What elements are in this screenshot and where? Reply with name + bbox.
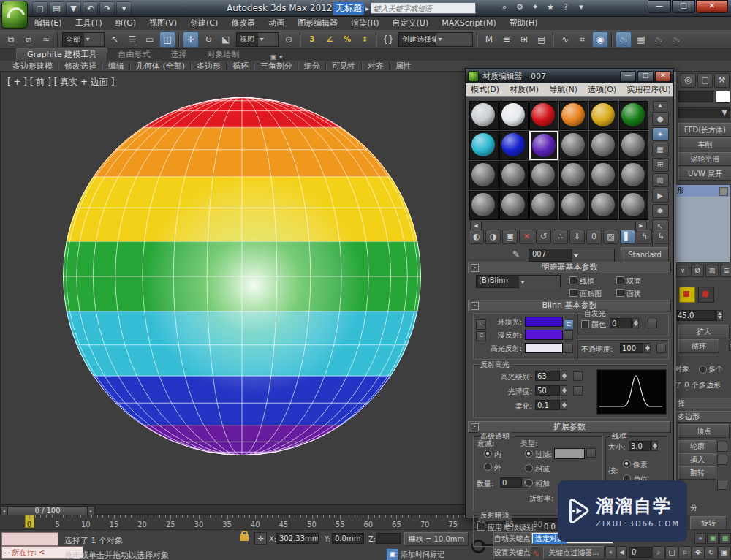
material-slot[interactable] bbox=[469, 191, 499, 220]
utilities-tab-icon[interactable]: ⚒ bbox=[714, 73, 730, 88]
material-slot[interactable] bbox=[559, 161, 588, 190]
ribbon-subtab[interactable]: 属性 bbox=[390, 61, 417, 72]
put-material-to-scene-icon[interactable]: ◑ bbox=[485, 230, 501, 244]
menu-item[interactable]: 组(G) bbox=[109, 16, 143, 30]
qat-overflow-chevron-icon[interactable]: ▾ bbox=[116, 1, 132, 15]
menu-item[interactable]: MAXScript(M) bbox=[435, 16, 503, 30]
material-slot[interactable] bbox=[469, 161, 499, 190]
material-editor-menu-item[interactable]: 模式(D) bbox=[466, 83, 504, 96]
ribbon-tab[interactable]: Graphite 建模工具 bbox=[16, 48, 107, 61]
material-name-dropdown-arrow[interactable] bbox=[572, 249, 615, 262]
set-key-button[interactable]: 设置关键点 bbox=[493, 546, 531, 559]
material-editor-menu-item[interactable]: 导航(N) bbox=[544, 83, 583, 96]
stack-toggle-icon[interactable] bbox=[719, 187, 728, 196]
show-map-in-viewport-icon[interactable]: ▨ bbox=[603, 230, 618, 244]
ribbon-subtab[interactable]: 多边形 bbox=[192, 61, 226, 72]
go-to-parent-icon[interactable]: ↰ bbox=[637, 230, 652, 244]
menu-item[interactable]: 视图(V) bbox=[143, 16, 183, 30]
menu-item[interactable]: 动画 bbox=[262, 16, 291, 30]
material-type-button[interactable]: Standard bbox=[621, 247, 669, 262]
modifier-stack[interactable]: 形 bbox=[675, 184, 730, 263]
minimize-button[interactable]: — bbox=[648, 0, 671, 13]
material-editor-menu-item[interactable]: 材质(M) bbox=[504, 83, 544, 96]
new-key-mode-icon[interactable]: ∿ bbox=[532, 548, 539, 559]
material-slot[interactable] bbox=[559, 131, 588, 160]
material-slot[interactable] bbox=[619, 161, 648, 190]
amount-field[interactable]: 0 bbox=[500, 477, 522, 488]
search-input[interactable] bbox=[371, 2, 476, 14]
pick-material-eyedropper-icon[interactable]: ✎ bbox=[512, 249, 520, 260]
zoom-extents-icon[interactable]: ▢ bbox=[665, 546, 678, 559]
menu-item[interactable]: 编辑(E) bbox=[28, 16, 69, 30]
specular-level-field[interactable]: 63 bbox=[535, 371, 560, 381]
rotate-button[interactable]: 旋转 bbox=[690, 516, 727, 530]
previous-frame-icon[interactable]: ◀ bbox=[616, 546, 627, 559]
ribbon-subtab[interactable]: 对齐 bbox=[363, 61, 389, 72]
subtractive-radio[interactable]: 相减 bbox=[525, 464, 550, 474]
grid-setting-display[interactable]: 栅格 = 10.0mm bbox=[404, 532, 469, 546]
opacity-map-button[interactable] bbox=[656, 344, 666, 353]
select-object-icon[interactable]: ↖ bbox=[107, 31, 123, 48]
redo-icon[interactable]: ↷ bbox=[99, 1, 115, 15]
shader-rollout-header[interactable]: -明暗器基本参数 bbox=[468, 262, 671, 273]
outline-settings-icon[interactable] bbox=[717, 442, 727, 452]
ribbon-subtab[interactable]: 修改选择 bbox=[59, 61, 102, 72]
menu-item[interactable]: 自定义(U) bbox=[386, 16, 436, 30]
maximize-button[interactable]: □ bbox=[672, 0, 695, 13]
save-file-icon[interactable]: ▼ bbox=[66, 1, 81, 15]
inset-settings-icon[interactable] bbox=[717, 455, 727, 465]
selfillum-map-button[interactable] bbox=[648, 319, 657, 328]
material-id-channel-icon[interactable]: 0 bbox=[586, 230, 602, 244]
ribbon-chevron-icon[interactable]: ▾ bbox=[279, 53, 283, 61]
settings-icon[interactable] bbox=[717, 480, 727, 490]
undo-icon[interactable]: ↶ bbox=[83, 1, 98, 15]
material-slot[interactable] bbox=[499, 191, 529, 220]
apply-checkbox[interactable]: 应用 bbox=[477, 523, 502, 533]
menu-item[interactable]: 修改器 bbox=[224, 16, 262, 30]
menu-item[interactable]: 工具(T) bbox=[69, 16, 109, 30]
outline-button[interactable]: 轮廓 bbox=[678, 440, 716, 453]
sample-tiling-icon[interactable]: ⊞ bbox=[652, 158, 669, 172]
snap-toggle-3d-icon[interactable]: 3 bbox=[304, 31, 320, 48]
pan-icon[interactable]: ✥ bbox=[692, 546, 705, 559]
flip-button[interactable]: 翻转 bbox=[678, 466, 716, 480]
opacity-field[interactable]: 100 bbox=[620, 343, 643, 353]
ribbon-subtab[interactable]: 可见性 bbox=[327, 61, 361, 72]
material-editor-minimize-button[interactable]: — bbox=[620, 71, 636, 82]
material-slot[interactable] bbox=[619, 101, 648, 130]
align-icon[interactable]: ≡ bbox=[499, 31, 515, 48]
named-selection-sets-dropdown[interactable]: 创建选择集 bbox=[398, 32, 473, 47]
modifier-button-ffd[interactable]: FFD(长方体) bbox=[678, 123, 731, 137]
additive-radio[interactable]: 相加 bbox=[525, 479, 550, 489]
help-icon[interactable]: ? bbox=[560, 1, 572, 13]
menu-item[interactable]: 创建(C) bbox=[183, 16, 224, 30]
falloff-out-radio[interactable]: 外 bbox=[484, 463, 501, 473]
sub-object-element-icon[interactable] bbox=[698, 287, 714, 303]
percent-snap-icon[interactable]: % bbox=[339, 31, 355, 48]
soften-field[interactable]: 0.1 bbox=[535, 400, 560, 410]
select-and-move-icon[interactable]: ✛ bbox=[183, 31, 199, 48]
display-tab-icon[interactable]: ▢ bbox=[697, 73, 713, 88]
unlink-selection-icon[interactable]: ⧄ bbox=[20, 31, 37, 48]
orbit-icon[interactable]: ↻ bbox=[705, 546, 718, 559]
object-name-field[interactable] bbox=[678, 91, 713, 102]
status-mini-icon[interactable]: ▣ bbox=[707, 533, 719, 544]
diffuse-color-swatch[interactable] bbox=[525, 330, 563, 340]
show-end-result-icon[interactable]: ▌ bbox=[620, 230, 635, 244]
key-filters-button[interactable]: 关键点过滤器... bbox=[543, 546, 605, 559]
delete-material-icon[interactable]: ✕ bbox=[519, 230, 534, 244]
soft-selection-rollout-fragment[interactable]: 择 bbox=[675, 398, 731, 409]
binoculars-search-icon[interactable]: ⌕ bbox=[499, 1, 510, 13]
options-icon[interactable]: ✱ bbox=[652, 204, 669, 218]
material-slot[interactable] bbox=[529, 191, 558, 220]
object-color-swatch[interactable] bbox=[716, 91, 730, 103]
selfillum-spinner[interactable] bbox=[632, 318, 639, 328]
material-slot[interactable] bbox=[499, 131, 529, 160]
material-slot[interactable] bbox=[499, 161, 529, 190]
maximize-viewport-icon[interactable]: ▣ bbox=[718, 546, 731, 559]
menu-item[interactable]: 图形编辑器 bbox=[291, 16, 344, 30]
ribbon-subtab[interactable]: 编辑 bbox=[103, 61, 129, 72]
material-slot[interactable] bbox=[619, 191, 648, 220]
spinner-snap-icon[interactable]: ↕ bbox=[357, 31, 373, 48]
pixels-radio[interactable]: 像素 bbox=[623, 460, 648, 470]
